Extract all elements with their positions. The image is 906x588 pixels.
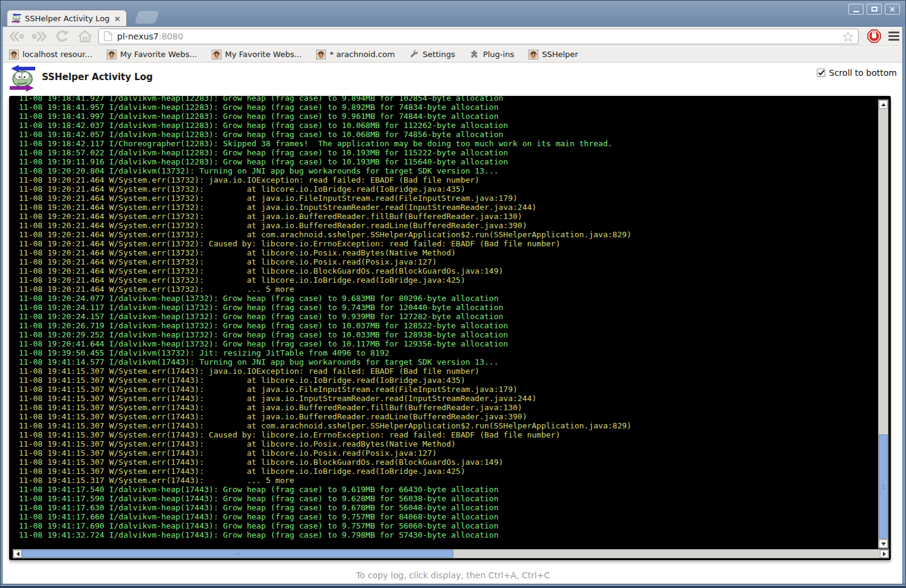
close-button[interactable]: ✕ (885, 4, 900, 15)
log-line: 11-08 19:41:15.307 W/System.err(17443): … (19, 394, 632, 403)
minimize-button[interactable] (848, 4, 864, 15)
page-title: SSHelper Activity Log (42, 72, 153, 83)
log-line: 11-08 19:41:17.540 I/dalvikvm-heap(17443… (19, 485, 632, 494)
arachnoid-favicon (9, 50, 19, 59)
bookmark-item[interactable]: Settings (410, 50, 455, 59)
reload-icon (55, 30, 69, 43)
back-icon (8, 30, 24, 43)
page-icon (104, 31, 112, 41)
log-line: 11-08 19:20:24.157 I/dalvikvm-heap(13732… (19, 312, 632, 321)
log-line: 11-08 19:41:15.317 W/System.err(17443): … (19, 476, 632, 485)
log-line: 11-08 19:20:21.464 W/System.err(13732): … (19, 257, 632, 266)
window-frame-bottom (1, 584, 905, 587)
log-line: 11-08 19:20:29.252 I/dalvikvm-heap(13732… (19, 330, 632, 339)
log-line: 11-08 19:41:15.307 W/System.err(17443): … (19, 448, 632, 458)
log-line: 11-08 19:20:21.464 W/System.err(13732): … (19, 230, 632, 239)
arachnoid-favicon (107, 50, 117, 59)
tab-title: SSHelper Activity Log (25, 14, 109, 23)
new-tab-button[interactable] (135, 11, 160, 24)
log-line: 11-08 19:41:17.590 I/dalvikvm-heap(17443… (19, 494, 632, 503)
log-line: 11-08 19:20:21.464 W/System.err(13732): … (19, 266, 632, 275)
log-line: 11-08 19:18:42.057 I/dalvikvm-heap(12283… (19, 130, 632, 139)
bookmark-item[interactable]: My Favorite Webs... (212, 50, 302, 59)
log-line: 11-08 19:20:21.464 W/System.err(13732): … (19, 184, 632, 194)
log-display[interactable]: 11-08 19:18:41.927 I/dalvikvm-heap(12283… (9, 96, 891, 560)
log-line: 11-08 19:41:15.307 W/System.err(17443): … (19, 421, 632, 430)
menu-button[interactable] (888, 32, 899, 41)
bookmark-star-icon[interactable] (843, 32, 853, 41)
vertical-scrollbar[interactable] (878, 100, 888, 549)
log-line: 11-08 19:41:15.307 W/System.err(17443): … (19, 385, 632, 394)
log-line: 11-08 19:41:17.660 I/dalvikvm-heap(17443… (19, 512, 632, 521)
bookmark-item[interactable]: My Favorite Webs... (107, 50, 197, 59)
log-line: 11-08 19:20:21.464 W/System.err(13732): … (19, 212, 632, 221)
horizontal-scrollbar-thumb[interactable] (22, 550, 453, 558)
back-button[interactable] (7, 29, 26, 44)
log-line: 11-08 19:41:32.724 I/dalvikvm-heap(17443… (19, 530, 632, 539)
log-line: 11-08 19:18:42.117 I/Choreographer(12283… (19, 139, 632, 148)
log-line: 11-08 19:41:15.307 W/System.err(17443): … (19, 376, 632, 385)
home-icon (77, 30, 93, 43)
log-line: 11-08 19:41:15.307 W/System.err(17443): … (19, 367, 632, 376)
log-line: 11-08 19:41:17.630 I/dalvikvm-heap(17443… (19, 503, 632, 512)
log-line: 11-08 19:20:21.464 W/System.err(13732): … (19, 275, 632, 285)
window-frame-right (902, 26, 905, 587)
log-line: 11-08 19:39:50.455 I/dalvikvm(13732): Ji… (19, 348, 632, 357)
log-line: 11-08 19:20:21.464 W/System.err(13732): … (19, 221, 632, 230)
log-line: 11-08 19:18:41.957 I/dalvikvm-heap(12283… (19, 103, 632, 112)
status-hint: To copy log, click display, then Ctrl+A,… (1, 570, 905, 580)
tab-close-icon[interactable]: × (113, 15, 122, 22)
browser-tab[interactable]: SSHelper Activity Log × (7, 10, 127, 26)
log-text: 11-08 19:18:41.927 I/dalvikvm-heap(12283… (19, 96, 632, 539)
window-frame-left (1, 26, 3, 587)
address-bar[interactable]: pl-nexus7:8080 (98, 29, 859, 44)
home-button[interactable] (75, 29, 95, 44)
horizontal-scrollbar[interactable] (13, 549, 889, 558)
log-line: 11-08 19:20:21.464 W/System.err(13732): … (19, 203, 632, 212)
bookmark-item[interactable]: SSHelper (529, 50, 578, 59)
arachnoid-favicon (212, 50, 221, 59)
log-line: 11-08 19:18:41.997 I/dalvikvm-heap(12283… (19, 112, 632, 121)
scroll-to-bottom-checkbox[interactable] (817, 69, 825, 77)
sshelper-favicon-icon (12, 13, 21, 23)
stop-hand-icon[interactable] (867, 29, 881, 43)
log-line: 11-08 19:41:15.307 W/System.err(17443): … (19, 467, 632, 476)
vertical-scrollbar-thumb[interactable] (879, 434, 888, 539)
reload-button[interactable] (53, 29, 72, 44)
log-line: 11-08 19:18:57.022 I/dalvikvm-heap(12283… (19, 148, 632, 157)
forward-icon (32, 30, 47, 43)
scroll-right-button[interactable] (880, 550, 888, 558)
bookmark-item[interactable]: localhost resour... (9, 50, 92, 59)
scroll-to-bottom-label[interactable]: Scroll to bottom (829, 68, 897, 78)
bookmark-item[interactable]: * arachnoid.com (316, 50, 394, 59)
log-line: 11-08 19:18:41.927 I/dalvikvm-heap(12283… (19, 96, 632, 103)
log-line: 11-08 19:41:17.690 I/dalvikvm-heap(17443… (19, 521, 632, 530)
scroll-down-button[interactable] (879, 539, 888, 548)
bookmark-item[interactable]: Plug-ins (470, 50, 514, 59)
arachnoid-favicon (529, 50, 538, 59)
log-line: 11-08 19:18:42.037 I/dalvikvm-heap(12283… (19, 121, 632, 130)
scroll-up-button[interactable] (879, 100, 888, 109)
log-line: 11-08 19:20:21.464 W/System.err(13732): … (19, 248, 632, 257)
wrench-icon (410, 50, 419, 59)
log-line: 11-08 19:41:15.307 W/System.err(17443): … (19, 412, 632, 421)
log-line: 11-08 19:41:15.307 W/System.err(17443): … (19, 403, 632, 412)
forward-button[interactable] (30, 29, 49, 44)
log-line: 11-08 19:20:21.464 W/System.err(13732): … (19, 194, 632, 203)
log-line: 11-08 19:20:21.464 W/System.err(13732): … (19, 239, 632, 248)
nav-toolbar: pl-nexus7:8080 (1, 26, 905, 46)
log-line: 11-08 19:20:24.077 I/dalvikvm-heap(13732… (19, 294, 632, 303)
browser-window: ✕ SSHelper Activity Log × (0, 0, 906, 588)
url-text[interactable]: pl-nexus7:8080 (117, 32, 838, 41)
bookmarks-bar: localhost resour... My Favorite Webs... … (1, 47, 905, 63)
log-line: 11-08 19:20:20.804 I/dalvikvm(13732): Tu… (19, 166, 632, 175)
log-line: 11-08 19:41:15.307 W/System.err(17443): … (19, 458, 632, 467)
log-line: 11-08 19:41:15.307 W/System.err(17443): … (19, 430, 632, 439)
log-line: 11-08 19:19:11.916 I/dalvikvm-heap(12283… (19, 157, 632, 166)
log-line: 11-08 19:20:24.117 I/dalvikvm-heap(13732… (19, 303, 632, 312)
scroll-left-button[interactable] (13, 550, 22, 558)
log-line: 11-08 19:20:21.464 W/System.err(13732): … (19, 175, 632, 184)
maximize-button[interactable] (867, 4, 882, 15)
arachnoid-favicon (316, 50, 326, 59)
log-line: 11-08 19:41:15.307 W/System.err(17443): … (19, 439, 632, 448)
